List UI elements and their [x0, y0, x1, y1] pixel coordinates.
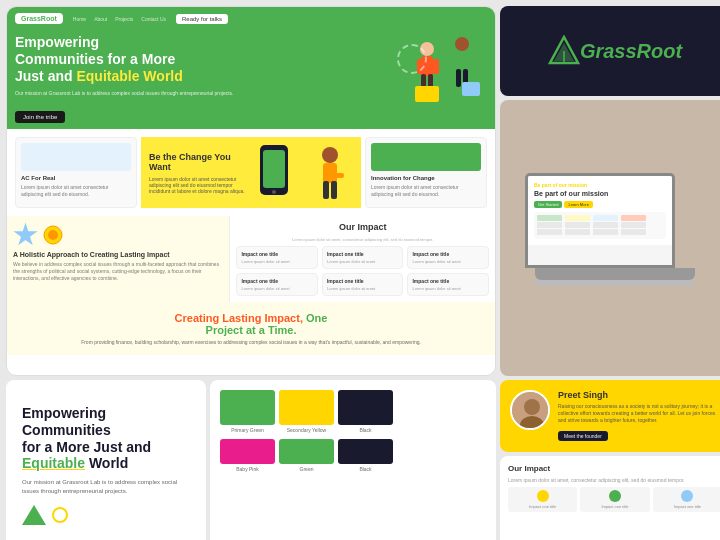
star-decoration: [13, 222, 38, 247]
lasting-impact-section: Creating Lasting Impact, One Project at …: [7, 302, 495, 355]
impact-mini-label-2: Impact one title: [601, 504, 628, 509]
nav-projects: Projects: [115, 16, 133, 22]
svg-point-16: [322, 147, 338, 163]
impact-mini-label-3: Impact one title: [674, 504, 701, 509]
impact-mini-dot-2: [609, 490, 621, 502]
impact-card-6: Impact one title Lorem ipsum dolor sit a…: [407, 273, 489, 296]
logo-brand-name: GrassRoot: [580, 41, 682, 61]
site-logo: GrassRoot: [15, 13, 63, 24]
card-item-1: AC For Real Lorem ipsum dolor sit amet c…: [15, 137, 137, 208]
impact-mini-title: Our Impact: [508, 464, 720, 473]
laptop-panel: Be part of our mission Be part of our mi…: [500, 100, 720, 376]
laptop-screen: Be part of our mission Be part of our mi…: [525, 173, 675, 268]
hero-subtitle: Our mission at Grassroot Lab is to addre…: [15, 90, 397, 97]
swatch-primary: [220, 390, 275, 425]
nav-home: Home: [73, 16, 86, 22]
svg-rect-3: [433, 59, 439, 74]
card-item-2: Innovation for Change Lorem ipsum dolor …: [365, 137, 487, 208]
swatch-pink: [220, 439, 275, 464]
svg-point-22: [48, 230, 58, 240]
screen-mission-title: Be part of our mission: [534, 190, 666, 197]
impact-mini-item-1: Impact one title: [508, 487, 577, 512]
impact-mini-dot-1: [537, 490, 549, 502]
hero-decor-circle: [397, 44, 427, 74]
logo-panel: GrassRoot: [500, 6, 720, 96]
impact-mini-subtitle: Lorem ipsum dolor sit amet, consectetur …: [508, 477, 720, 483]
testimonial-card: Preet Singh Raising our consciousness as…: [500, 380, 720, 452]
swatch-green-sm-label: Green: [300, 466, 314, 472]
change-title: Be the Change You Want: [149, 152, 247, 172]
impact-mini-item-2: Impact one title: [580, 487, 649, 512]
swatch-secondary: [279, 390, 334, 425]
swatch-black-label: Black: [359, 427, 371, 433]
nav-about: About: [94, 16, 107, 22]
change-phone-illustration: [255, 145, 300, 200]
swatch-pink-label: Baby Pink: [236, 466, 259, 472]
nav-cta-btn[interactable]: Ready for talks: [176, 14, 228, 24]
testimonial-btn[interactable]: Meet the founder: [558, 431, 608, 441]
bottom-right-panel: Preet Singh Raising our consciousness as…: [500, 380, 720, 540]
laptop-base: [535, 268, 695, 280]
screen-mission-label: Be part of our mission: [534, 182, 666, 188]
screen-btn-1: Get Started: [534, 201, 562, 208]
change-person-illustration: [308, 145, 353, 200]
holistic-title: A Holistic Approach to Creating Lasting …: [13, 251, 223, 258]
svg-rect-12: [462, 82, 480, 96]
hero-title: Empowering Communities for a More Just a…: [15, 34, 397, 84]
svg-rect-18: [330, 173, 344, 178]
impact-card-5: Impact one title Lorem ipsum dolor sit a…: [322, 273, 404, 296]
svg-point-7: [455, 37, 469, 51]
svg-rect-19: [323, 181, 329, 199]
svg-point-15: [272, 190, 276, 194]
impact-title: Our Impact: [236, 222, 489, 232]
svg-rect-14: [263, 150, 285, 188]
impact-mini-card: Our Impact Lorem ipsum dolor sit amet, c…: [500, 456, 720, 540]
impact-mini-item-3: Impact one title: [653, 487, 720, 512]
color-swatches-card: Primary Green Secondary Yellow Black Bab…: [210, 380, 496, 540]
swatch-primary-label: Primary Green: [231, 427, 264, 433]
swatch-black: [338, 390, 393, 425]
card-title-1: AC For Real: [21, 175, 131, 181]
typography-icon-row: [22, 505, 190, 525]
holistic-text: We believe in address complex social iss…: [13, 261, 223, 282]
medal-decoration: [43, 225, 63, 245]
be-change-section: Be the Change You Want Lorem ipsum dolor…: [141, 137, 361, 208]
typography-subtitle: Our mission at Grassroot Lab is to addre…: [22, 478, 190, 495]
bottom-left-panel: Empowering Communities for a More Just a…: [6, 380, 496, 540]
swatch-secondary-label: Secondary Yellow: [287, 427, 326, 433]
svg-rect-6: [415, 86, 439, 102]
cards-row: AC For Real Lorem ipsum dolor sit amet c…: [7, 129, 495, 216]
svg-point-27: [524, 399, 540, 415]
svg-rect-9: [467, 54, 479, 59]
card-image-1: [21, 143, 131, 171]
typography-card: Empowering Communities for a More Just a…: [6, 380, 206, 540]
impact-mini-dot-3: [681, 490, 693, 502]
nav-contact: Contact Us: [141, 16, 166, 22]
svg-rect-20: [331, 181, 337, 199]
screen-btn-2: Learn More: [564, 201, 592, 208]
svg-rect-8: [456, 51, 468, 71]
impact-card-4: Impact one title Lorem ipsum dolor sit a…: [236, 273, 318, 296]
typography-title: Empowering Communities for a More Just a…: [22, 405, 190, 472]
main-website-screenshot: GrassRoot Home About Projects Contact Us…: [6, 6, 496, 376]
impact-card-3: Impact one title Lorem ipsum dolor sit a…: [407, 246, 489, 269]
testimonial-quote: Raising our consciousness as a society i…: [558, 403, 720, 424]
card-text-1: Lorem ipsum dolor sit amet consectetur a…: [21, 184, 131, 197]
triangle-icon: [22, 505, 46, 525]
laptop-keyboard: [535, 280, 695, 286]
svg-rect-10: [456, 69, 461, 87]
lasting-subtitle: From providing finance, building scholar…: [17, 339, 485, 345]
swatch-dark-label: Black: [359, 466, 371, 472]
card-text-2: Lorem ipsum dolor sit amet consectetur a…: [371, 184, 481, 197]
card-title-2: Innovation for Change: [371, 175, 481, 181]
testimonial-name: Preet Singh: [558, 390, 720, 400]
impact-mini-label-1: Impact one title: [529, 504, 556, 509]
card-image-2: [371, 143, 481, 171]
testimonial-avatar: [510, 390, 550, 430]
right-panel: GrassRoot Be part of our mission Be part…: [500, 6, 720, 376]
swatch-dark: [338, 439, 393, 464]
impact-card-2: Impact one title Lorem ipsum dolor sit a…: [322, 246, 404, 269]
circle-icon: [52, 507, 68, 523]
impact-subtitle: Lorem ipsum dolor sit amet, consectetur …: [236, 237, 489, 242]
hero-cta-button[interactable]: Join the tribe: [15, 111, 65, 123]
